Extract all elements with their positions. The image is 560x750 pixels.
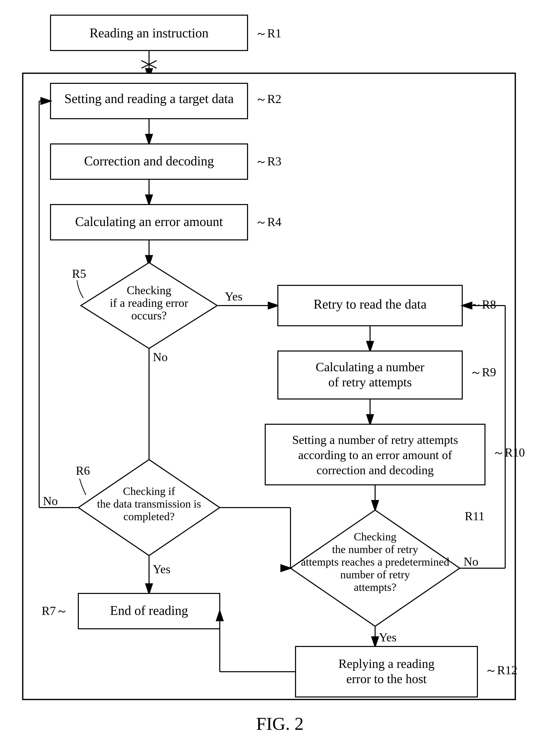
r10-line3: correction and decoding	[317, 463, 434, 477]
r10-line2: according to an error amount of	[298, 448, 452, 462]
page: Reading an instruction ～R1 Setting and r…	[0, 0, 560, 750]
r6-line3: completed?	[123, 510, 175, 523]
r11-ref: R11	[465, 509, 484, 523]
no3-label: No	[463, 555, 478, 568]
r10-ref: ～R10	[493, 446, 525, 459]
r7-ref: R7～	[42, 604, 68, 617]
no1-label: No	[153, 350, 168, 364]
r6-line2: the data transmission is	[97, 498, 201, 510]
r9-line2: of retry attempts	[328, 375, 412, 389]
yes2-label: Yes	[153, 562, 171, 576]
r8-ref: ～R8	[470, 298, 496, 311]
r11-line5: attempts?	[354, 581, 397, 593]
r11-line4: number of retry	[340, 568, 410, 581]
r4-ref: ～R4	[255, 215, 281, 228]
r12-line1: Replying a reading	[339, 656, 435, 671]
r3-label: Correction and decoding	[84, 154, 214, 168]
yes1-label: Yes	[225, 290, 242, 303]
r1-label: Reading an instruction	[90, 26, 208, 40]
r11-line3: attempts reaches a predetermined	[301, 556, 449, 568]
r3-ref: ～R3	[255, 155, 281, 168]
r12-line2: error to the host	[346, 672, 427, 686]
r5-line2: if a reading error	[110, 297, 188, 309]
r1-ref: ～R1	[255, 26, 281, 40]
r5-ref: R5	[72, 267, 86, 280]
r9-line1: Calculating a number	[316, 360, 425, 374]
yes3-label: Yes	[379, 631, 397, 644]
r12-ref: ～R12	[485, 663, 517, 677]
r4-label: Calculating an error amount	[75, 215, 223, 229]
r6-line1: Checking if	[123, 485, 175, 498]
r9-ref: ～R9	[470, 365, 496, 379]
r7-label: End of reading	[110, 603, 188, 618]
r5-line1: Checking	[127, 284, 171, 297]
r2-ref: ～R2	[255, 92, 281, 105]
no2-label: No	[43, 494, 58, 508]
r11-line1: Checking	[354, 530, 397, 543]
r5-line3: occurs?	[131, 309, 167, 322]
fig-caption: FIG. 2	[256, 714, 304, 734]
r10-line1: Setting a number of retry attempts	[292, 433, 458, 446]
r2-label: Setting and reading a target data	[64, 92, 234, 106]
r6-ref: R6	[76, 464, 90, 477]
r11-line2: the number of retry	[332, 543, 418, 555]
r8-label: Retry to read the data	[314, 297, 427, 311]
